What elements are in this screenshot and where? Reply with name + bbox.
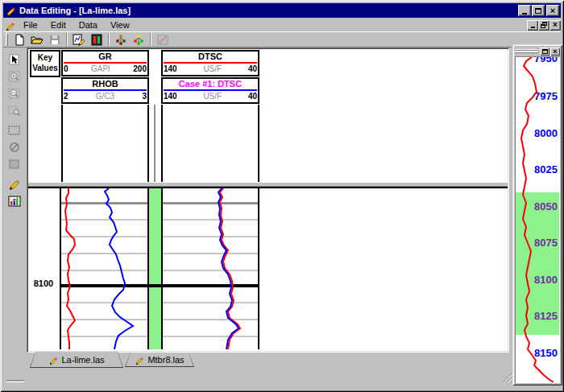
track-border [258, 105, 259, 182]
curve-header-case1-dtsc[interactable]: Case #1: DTSC 140 US/F 40 [161, 77, 259, 104]
pencil-icon [7, 178, 22, 191]
application-window: Data Editing - [La-lime.las] × File Edit… [0, 0, 564, 392]
scale-left: 140 [164, 64, 177, 73]
curve-header-rhob[interactable]: RHOB 2 G/C3 3 [61, 77, 149, 104]
depth-tick-label: 8150 [534, 347, 558, 359]
mdi-close-button[interactable]: × [549, 20, 561, 31]
zoom-in-button[interactable] [5, 68, 24, 85]
regression-button[interactable] [154, 32, 172, 47]
toolbar-separator [108, 33, 110, 46]
curve-header-dtsc[interactable]: DTSC 140 US/F 40 [161, 50, 259, 76]
zoom-window-icon [7, 104, 22, 117]
scale-right: 200 [133, 64, 147, 73]
gridline [61, 319, 149, 320]
crossplot-colored-button[interactable] [130, 32, 147, 47]
edit-pencil-button[interactable] [5, 175, 24, 192]
scale-right: 3 [142, 92, 147, 101]
depth-panel-grip[interactable] [515, 49, 537, 54]
scale-unit: US/F [177, 64, 248, 73]
crossplot-shaded-button[interactable] [112, 32, 130, 47]
title-bar[interactable]: Data Editing - [La-lime.las] × [3, 3, 561, 18]
depth-panel-restore-button[interactable] [540, 47, 549, 56]
gridline-dark [61, 202, 149, 204]
zoom-out-button[interactable] [5, 85, 24, 101]
gridline [61, 236, 149, 237]
track2-header: DTSC 140 US/F 40 Case #1: DTSC 140 US/F … [161, 50, 259, 104]
mdi-restore-button[interactable] [538, 20, 549, 31]
toolbar-separator [150, 33, 151, 46]
tab-mtbr8[interactable]: Mtbr8.las [125, 353, 194, 367]
toolbar-grip[interactable] [6, 33, 8, 46]
restore-icon [542, 49, 548, 54]
depth-tick-label: 8125 [534, 310, 558, 322]
side-toolbar [3, 48, 26, 209]
track-border [60, 188, 61, 349]
display-settings-button[interactable] [5, 192, 24, 209]
edit-log-button[interactable] [70, 32, 88, 47]
curve-pane[interactable]: 8100 [28, 187, 508, 351]
new-document-button[interactable] [10, 32, 28, 47]
zoom-out-icon [7, 87, 22, 100]
save-disk-icon [48, 34, 61, 46]
curve-name: DTSC [163, 52, 258, 62]
depth-8100-line [61, 284, 259, 287]
scale-right: 40 [248, 64, 257, 73]
file-tabs: La-lime.las Mtbr8.las [28, 352, 479, 369]
menu-data[interactable]: Data [73, 19, 104, 31]
log-editor-panel: Key Values GR 0 GAPI 200 RHOB 2 [27, 47, 509, 353]
curve-name: RHOB [63, 79, 147, 89]
minimize-button[interactable] [518, 5, 531, 16]
menu-view[interactable]: View [104, 19, 136, 31]
new-document-icon [13, 34, 26, 46]
pointer-icon [7, 53, 22, 66]
close-icon: × [550, 6, 555, 14]
pattern-tool-button[interactable] [5, 155, 24, 172]
track-gap-line [154, 105, 156, 182]
gridline [61, 336, 149, 337]
maximize-button[interactable] [532, 5, 545, 16]
mdi-window-controls: × [527, 20, 561, 31]
curve-name: Case #1: DTSC [163, 79, 258, 89]
minimize-icon [531, 27, 535, 28]
pattern-icon [7, 158, 22, 171]
zoom-window-button[interactable] [5, 101, 24, 118]
curve-name: GR [63, 52, 147, 62]
menu-edit[interactable]: Edit [44, 19, 73, 31]
scale-left: 140 [164, 92, 177, 101]
key-values-box: Key Values [30, 50, 60, 77]
depth-panel-content[interactable]: 795079758000802580508075810081258150 [516, 57, 559, 382]
gridline [161, 253, 259, 254]
log-curves [28, 188, 508, 349]
zoom-in-icon [7, 70, 22, 83]
scale-unit: US/F [177, 92, 248, 101]
pane-splitter[interactable] [28, 182, 508, 187]
depth-panel-frame: 795079758000802580508075810081258150 [515, 56, 560, 383]
depth-tick-label: 8075 [534, 237, 558, 249]
tab-label: La-lime.las [61, 355, 104, 365]
close-button[interactable]: × [546, 5, 559, 16]
mdi-minimize-button[interactable] [527, 20, 538, 31]
window-title: Data Editing - [La-lime.las] [19, 6, 518, 15]
depth-panel-titlebar[interactable]: × [515, 47, 560, 56]
tab-pencil-icon [48, 355, 58, 365]
tab-la-lime[interactable]: La-lime.las [30, 352, 123, 368]
document-pencil-icon[interactable] [5, 20, 15, 31]
gridline-dark [161, 202, 259, 204]
curve-header-gr[interactable]: GR 0 GAPI 200 [61, 50, 149, 76]
depth-tick-label: 8050 [534, 200, 558, 213]
select-region-button[interactable] [5, 122, 24, 138]
clear-region-button[interactable] [5, 138, 24, 155]
depth-tick-label: 8025 [534, 163, 558, 175]
resize-grip[interactable] [500, 370, 512, 383]
depth-label: 8100 [28, 279, 59, 288]
open-file-button[interactable] [28, 32, 46, 47]
close-icon: × [553, 48, 557, 55]
pointer-select-button[interactable] [5, 51, 24, 68]
depth-panel-close-button[interactable]: × [550, 47, 560, 56]
marquee-icon [7, 124, 22, 137]
depth-tick-label: 7975 [534, 90, 558, 102]
log-display-button[interactable] [88, 32, 106, 47]
save-button[interactable] [46, 32, 64, 47]
scale-unit: GAPI [68, 64, 134, 73]
menu-file[interactable]: File [17, 19, 44, 31]
